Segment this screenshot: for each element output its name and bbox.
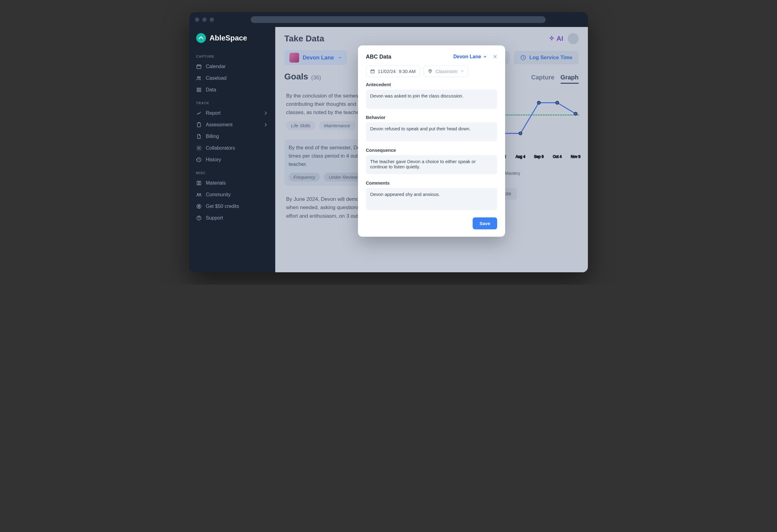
svg-rect-21	[370, 70, 374, 73]
save-button[interactable]: Save	[473, 217, 497, 229]
sidebar-item-label: Collaborators	[206, 145, 235, 151]
svg-point-22	[430, 70, 431, 71]
help-icon	[196, 215, 202, 221]
modal-title: ABC Data	[366, 54, 392, 60]
close-icon[interactable]: ×	[493, 53, 497, 61]
svg-rect-3	[197, 123, 201, 127]
modal-backdrop[interactable]: ABC Data Devon Lane × 11/02/24 9:30 AM	[275, 27, 588, 272]
sidebar-item-label: Caseload	[206, 76, 227, 81]
traffic-dot[interactable]	[202, 17, 207, 22]
sidebar-item-support[interactable]: Support	[190, 212, 275, 224]
svg-point-6	[199, 194, 201, 195]
calendar-icon	[196, 64, 202, 69]
sidebar-item-billing[interactable]: Billing	[190, 131, 275, 142]
traffic-dot[interactable]	[210, 17, 214, 22]
sidebar-item-history[interactable]: History	[190, 154, 275, 166]
sidebar-item-community[interactable]: Community	[190, 189, 275, 201]
brand-logo[interactable]: AbleSpace	[190, 33, 275, 49]
chevron-right-icon	[263, 110, 268, 116]
traffic-dot[interactable]	[195, 17, 199, 22]
sidebar-section-label: CAPTURE	[190, 49, 275, 61]
sidebar-item-label: Community	[206, 192, 231, 198]
sidebar-item-label: Support	[206, 215, 223, 221]
sidebar-item-label: Data	[206, 87, 216, 93]
sidebar-item-label: Billing	[206, 134, 219, 139]
gear-icon	[196, 145, 202, 151]
sidebar-item-label: Report	[206, 110, 221, 116]
svg-rect-0	[197, 65, 201, 69]
book-icon	[196, 180, 202, 186]
sidebar-item-calendar[interactable]: Calendar	[190, 61, 275, 72]
comments-label: Comments	[366, 180, 497, 186]
sidebar-item-materials[interactable]: Materials	[190, 177, 275, 189]
clipboard-icon	[196, 122, 202, 127]
modal-student-picker[interactable]: Devon Lane	[453, 54, 487, 60]
sidebar-item-label: Get $50 credits	[206, 204, 239, 209]
calendar-icon	[370, 69, 375, 74]
sidebar-item-label: Assessment	[206, 122, 233, 127]
users-icon	[196, 76, 202, 81]
sidebar-item-label: History	[206, 157, 221, 163]
date-time-picker[interactable]: 11/02/24 9:30 AM	[366, 66, 420, 77]
traffic-lights	[195, 17, 214, 22]
file-icon	[196, 134, 202, 139]
svg-point-2	[199, 77, 201, 78]
chevron-right-icon	[263, 122, 268, 127]
sidebar-item-assessment[interactable]: Assessment	[190, 119, 275, 131]
brand-name: AbleSpace	[210, 34, 247, 42]
consequence-input[interactable]	[366, 155, 497, 174]
logo-icon	[196, 33, 206, 43]
consequence-label: Consequence	[366, 147, 497, 153]
sidebar-section-label: MISC	[190, 166, 275, 177]
history-icon	[196, 157, 202, 163]
svg-point-5	[197, 194, 198, 195]
data-icon	[196, 87, 202, 93]
address-bar[interactable]	[251, 16, 546, 23]
sidebar-item-label: Materials	[206, 180, 226, 186]
sidebar: AbleSpace CAPTURECalendarCaseloadDataTRA…	[190, 27, 275, 272]
sidebar-item-label: Calendar	[206, 64, 226, 69]
behavior-label: Behavior	[366, 115, 497, 120]
sidebar-item-get-50-credits[interactable]: Get $50 credits	[190, 201, 275, 212]
caret-down-icon	[483, 55, 487, 59]
sidebar-item-data[interactable]: Data	[190, 84, 275, 96]
sidebar-item-report[interactable]: Report	[190, 107, 275, 119]
community-icon	[196, 192, 202, 198]
titlebar	[190, 12, 588, 27]
abc-data-modal: ABC Data Devon Lane × 11/02/24 9:30 AM	[358, 45, 505, 237]
sidebar-item-collaborators[interactable]: Collaborators	[190, 142, 275, 154]
chart-icon	[196, 110, 202, 116]
behavior-input[interactable]	[366, 122, 497, 141]
dollar-icon	[196, 204, 202, 209]
caret-down-icon	[461, 70, 464, 73]
location-icon	[428, 69, 433, 74]
svg-point-4	[198, 147, 200, 149]
window: AbleSpace CAPTURECalendarCaseloadDataTRA…	[190, 12, 588, 272]
sidebar-section-label: TRACK	[190, 96, 275, 107]
svg-point-1	[197, 77, 199, 78]
main-content: Take Data AI Devon Lane s	[275, 27, 588, 272]
antecedent-label: Antecedent	[366, 82, 497, 87]
sidebar-item-caseload[interactable]: Caseload	[190, 72, 275, 84]
location-picker[interactable]: Classroom	[424, 66, 468, 77]
antecedent-input[interactable]	[366, 90, 497, 109]
comments-input[interactable]	[366, 188, 497, 210]
